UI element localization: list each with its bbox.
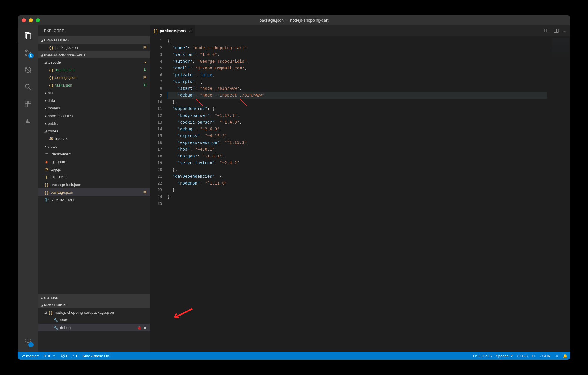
activity-debug-icon[interactable]	[21, 62, 35, 77]
npm-script-debug[interactable]: 🔧 debug 🐞 ▶	[38, 324, 150, 331]
status-feedback-icon[interactable]: ☺	[555, 354, 559, 358]
editor-body[interactable]: 1234567891011121314151617181920212223242…	[150, 36, 570, 352]
folder-row[interactable]: ▸views	[38, 142, 150, 150]
file-row[interactable]: { }package-lock.json	[38, 181, 150, 188]
svg-rect-1	[26, 34, 31, 39]
folder-row[interactable]: ▸data	[38, 97, 150, 104]
svg-rect-10	[28, 101, 31, 104]
status-eol[interactable]: LF	[532, 354, 536, 358]
sidebar: EXPLORER ◢OPEN EDITORS { } package.json …	[38, 25, 150, 352]
status-language[interactable]: JSON	[540, 354, 551, 358]
activity-bar: 5 1	[18, 25, 38, 352]
compare-changes-icon[interactable]	[544, 28, 549, 34]
code-content[interactable]: { "name": "nodejs-shopping-cart", "versi…	[168, 36, 547, 352]
status-spaces[interactable]: Spaces: 2	[496, 354, 513, 358]
status-auto-attach[interactable]: Auto Attach: On	[83, 354, 109, 358]
editor-area: { } package.json × ··· 12345678910111213…	[150, 25, 570, 352]
folder-row[interactable]: ▸public	[38, 120, 150, 127]
svg-point-3	[26, 54, 27, 55]
file-row[interactable]: { }settings.jsonM	[38, 74, 150, 81]
minimize-window-button[interactable]	[29, 18, 33, 22]
svg-rect-9	[25, 101, 28, 104]
scm-badge: 5	[28, 53, 34, 58]
section-open-editors[interactable]: ◢OPEN EDITORS	[38, 36, 150, 44]
svg-rect-13	[545, 29, 547, 32]
status-problems[interactable]: ⓧ 0 ⚠ 0	[61, 353, 78, 359]
npm-script-start[interactable]: 🔧 start	[38, 316, 150, 324]
folder-row[interactable]: ▸bin	[38, 89, 150, 97]
svg-rect-11	[25, 104, 28, 107]
folder-row[interactable]: ▸node_modules	[38, 112, 150, 120]
svg-rect-14	[547, 29, 549, 32]
open-editors-list: { } package.json M	[38, 44, 150, 51]
folder-row[interactable]: ◢.vscode●	[38, 58, 150, 66]
run-script-icon[interactable]: ▶	[144, 326, 147, 330]
vscode-window: package.json — nodejs-shopping-cart 5	[18, 15, 570, 360]
file-row[interactable]: ≣.deployment	[38, 150, 150, 158]
activity-search-icon[interactable]	[21, 79, 35, 94]
npm-scripts-tree: ◢ { } nodejs-shopping-cart/package.json …	[38, 308, 150, 331]
line-gutter: 1234567891011121314151617181920212223242…	[150, 36, 168, 352]
section-outline[interactable]: ▸OUTLINE	[38, 294, 150, 301]
file-row[interactable]: ⚷LICENSE	[38, 173, 150, 181]
window-controls	[18, 18, 40, 22]
close-tab-icon[interactable]: ×	[189, 29, 192, 33]
svg-line-8	[29, 88, 31, 90]
main-body: 5 1 EXPLORER ◢OPEN EDITORS	[18, 25, 570, 352]
status-sync[interactable]: ⟳ 0↓ 2↑	[44, 354, 57, 358]
status-bar: ⎇ master* ⟳ 0↓ 2↑ ⓧ 0 ⚠ 0 Auto Attach: O…	[18, 352, 570, 360]
file-row[interactable]: JSapp.js	[38, 165, 150, 173]
status-encoding[interactable]: UTF-8	[517, 354, 528, 358]
sidebar-title: EXPLORER	[38, 25, 150, 36]
folder-row[interactable]: ▸models	[38, 104, 150, 112]
tab-package-json[interactable]: { } package.json ×	[150, 25, 196, 36]
file-row[interactable]: { }tasks.jsonU	[38, 81, 150, 89]
minimap[interactable]	[547, 36, 570, 352]
npm-package-row[interactable]: ◢ { } nodejs-shopping-cart/package.json	[38, 308, 150, 316]
json-icon: { }	[48, 310, 54, 315]
svg-point-7	[25, 84, 29, 88]
file-row[interactable]: { }package.jsonM	[38, 188, 150, 196]
file-tree: ◢.vscode●{ }launch.jsonU{ }settings.json…	[38, 58, 150, 204]
window-title: package.json — nodejs-shopping-cart	[18, 18, 570, 23]
status-ln-col[interactable]: Ln 9, Col 5	[473, 354, 492, 358]
wrench-icon: 🔧	[53, 326, 59, 330]
file-row[interactable]: { }launch.jsonU	[38, 66, 150, 74]
settings-gear-icon[interactable]: 1	[21, 334, 35, 349]
section-npm-scripts[interactable]: ◢NPM SCRIPTS	[38, 301, 150, 308]
titlebar: package.json — nodejs-shopping-cart	[18, 15, 570, 25]
activity-explorer-icon[interactable]	[21, 28, 35, 43]
editor-tabs: { } package.json × ···	[150, 25, 570, 36]
svg-point-12	[27, 341, 29, 343]
activity-azure-icon[interactable]	[21, 114, 35, 128]
more-actions-icon[interactable]: ···	[563, 29, 566, 33]
file-row[interactable]: JSindex.js	[38, 135, 150, 142]
wrench-icon: 🔧	[53, 318, 59, 322]
status-bell-icon[interactable]: 🔔	[563, 354, 567, 358]
close-window-button[interactable]	[22, 18, 26, 22]
file-row[interactable]: ◆.gitignore	[38, 158, 150, 165]
file-row[interactable]: ⓘREADME.MD	[38, 196, 150, 204]
open-editor-item[interactable]: { } package.json M	[38, 44, 150, 51]
section-workspace[interactable]: ◢NODEJS-SHOPPING-CART	[38, 51, 150, 58]
split-editor-icon[interactable]	[554, 28, 559, 34]
status-branch[interactable]: ⎇ master*	[21, 354, 39, 358]
activity-extensions-icon[interactable]	[21, 97, 35, 111]
json-icon: { }	[48, 45, 54, 50]
settings-badge: 1	[28, 342, 34, 347]
maximize-window-button[interactable]	[36, 18, 40, 22]
folder-row[interactable]: ◢routes	[38, 127, 150, 135]
debug-script-icon[interactable]: 🐞	[137, 326, 142, 330]
git-status-badge: M	[143, 45, 150, 49]
svg-point-2	[26, 50, 27, 51]
json-icon: { }	[153, 29, 158, 33]
activity-scm-icon[interactable]: 5	[21, 45, 35, 60]
